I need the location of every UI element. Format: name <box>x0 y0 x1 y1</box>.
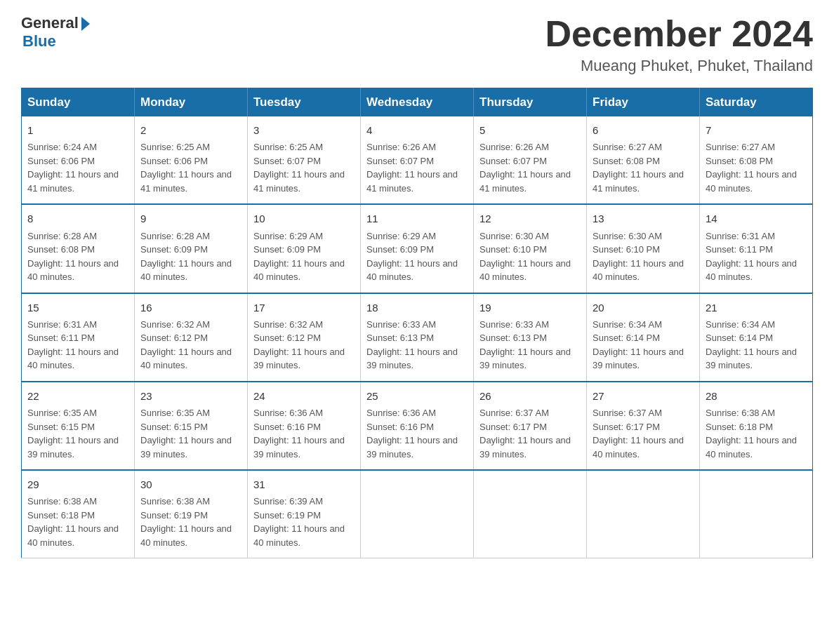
day-number: 24 <box>253 388 355 404</box>
day-info: Sunrise: 6:27 AMSunset: 6:08 PMDaylight:… <box>593 140 694 195</box>
day-number: 17 <box>253 300 355 316</box>
day-info: Sunrise: 6:24 AMSunset: 6:06 PMDaylight:… <box>27 140 128 195</box>
calendar-cell: 17 Sunrise: 6:32 AMSunset: 6:12 PMDaylig… <box>248 293 361 382</box>
calendar-cell: 3 Sunrise: 6:25 AMSunset: 6:07 PMDayligh… <box>248 116 361 204</box>
day-info: Sunrise: 6:37 AMSunset: 6:17 PMDaylight:… <box>593 406 694 461</box>
calendar-cell <box>474 470 587 558</box>
calendar-cell <box>700 470 813 558</box>
logo-general-text: General <box>21 14 79 32</box>
day-info: Sunrise: 6:25 AMSunset: 6:06 PMDaylight:… <box>140 140 241 195</box>
calendar-cell: 19 Sunrise: 6:33 AMSunset: 6:13 PMDaylig… <box>474 293 587 382</box>
calendar-cell: 26 Sunrise: 6:37 AMSunset: 6:17 PMDaylig… <box>474 382 587 470</box>
calendar-cell: 24 Sunrise: 6:36 AMSunset: 6:16 PMDaylig… <box>248 382 361 470</box>
day-number: 22 <box>27 388 128 404</box>
day-number: 25 <box>366 388 468 404</box>
weekday-header-row: Sunday Monday Tuesday Wednesday Thursday… <box>22 88 813 117</box>
day-number: 2 <box>140 122 241 138</box>
calendar-cell: 28 Sunrise: 6:38 AMSunset: 6:18 PMDaylig… <box>700 382 813 470</box>
calendar-week-row: 8 Sunrise: 6:28 AMSunset: 6:08 PMDayligh… <box>22 204 813 293</box>
day-number: 21 <box>706 300 807 316</box>
calendar-week-row: 1 Sunrise: 6:24 AMSunset: 6:06 PMDayligh… <box>22 116 813 204</box>
day-info: Sunrise: 6:29 AMSunset: 6:09 PMDaylight:… <box>253 229 355 284</box>
calendar-cell: 20 Sunrise: 6:34 AMSunset: 6:14 PMDaylig… <box>587 293 700 382</box>
day-info: Sunrise: 6:36 AMSunset: 6:16 PMDaylight:… <box>366 406 468 461</box>
day-number: 18 <box>366 300 468 316</box>
calendar-cell <box>587 470 700 558</box>
calendar-cell: 15 Sunrise: 6:31 AMSunset: 6:11 PMDaylig… <box>22 293 135 382</box>
day-number: 16 <box>140 300 241 316</box>
calendar-cell: 2 Sunrise: 6:25 AMSunset: 6:06 PMDayligh… <box>135 116 248 204</box>
day-info: Sunrise: 6:38 AMSunset: 6:18 PMDaylight:… <box>27 495 128 549</box>
calendar-cell: 10 Sunrise: 6:29 AMSunset: 6:09 PMDaylig… <box>248 204 361 293</box>
day-info: Sunrise: 6:33 AMSunset: 6:13 PMDaylight:… <box>366 318 468 373</box>
calendar-cell: 22 Sunrise: 6:35 AMSunset: 6:15 PMDaylig… <box>22 382 135 470</box>
calendar-cell <box>361 470 474 558</box>
logo: General Blue <box>21 14 90 51</box>
calendar-cell: 5 Sunrise: 6:26 AMSunset: 6:07 PMDayligh… <box>474 116 587 204</box>
location-subtitle: Mueang Phuket, Phuket, Thailand <box>545 57 813 75</box>
calendar-cell: 8 Sunrise: 6:28 AMSunset: 6:08 PMDayligh… <box>22 204 135 293</box>
calendar-table: Sunday Monday Tuesday Wednesday Thursday… <box>21 88 813 558</box>
day-number: 7 <box>706 122 807 138</box>
header-monday: Monday <box>135 88 248 117</box>
header-tuesday: Tuesday <box>248 88 361 117</box>
day-number: 12 <box>479 210 581 227</box>
day-number: 27 <box>593 388 694 404</box>
calendar-cell: 14 Sunrise: 6:31 AMSunset: 6:11 PMDaylig… <box>700 204 813 293</box>
calendar-cell: 31 Sunrise: 6:39 AMSunset: 6:19 PMDaylig… <box>248 470 361 558</box>
day-number: 3 <box>253 122 355 138</box>
calendar-cell: 1 Sunrise: 6:24 AMSunset: 6:06 PMDayligh… <box>22 116 135 204</box>
day-number: 19 <box>479 300 581 316</box>
day-number: 4 <box>366 122 468 138</box>
day-number: 30 <box>140 476 241 492</box>
calendar-week-row: 15 Sunrise: 6:31 AMSunset: 6:11 PMDaylig… <box>22 293 813 382</box>
day-number: 28 <box>706 388 807 404</box>
day-number: 15 <box>27 300 128 316</box>
day-info: Sunrise: 6:37 AMSunset: 6:17 PMDaylight:… <box>479 406 581 461</box>
day-number: 10 <box>253 210 355 227</box>
calendar-week-row: 29 Sunrise: 6:38 AMSunset: 6:18 PMDaylig… <box>22 470 813 558</box>
calendar-cell: 18 Sunrise: 6:33 AMSunset: 6:13 PMDaylig… <box>361 293 474 382</box>
calendar-cell: 16 Sunrise: 6:32 AMSunset: 6:12 PMDaylig… <box>135 293 248 382</box>
day-info: Sunrise: 6:35 AMSunset: 6:15 PMDaylight:… <box>140 406 241 461</box>
day-info: Sunrise: 6:26 AMSunset: 6:07 PMDaylight:… <box>479 140 581 195</box>
calendar-cell: 6 Sunrise: 6:27 AMSunset: 6:08 PMDayligh… <box>587 116 700 204</box>
header-wednesday: Wednesday <box>361 88 474 117</box>
day-info: Sunrise: 6:33 AMSunset: 6:13 PMDaylight:… <box>479 318 581 373</box>
day-info: Sunrise: 6:38 AMSunset: 6:19 PMDaylight:… <box>140 495 241 549</box>
day-number: 14 <box>706 210 807 227</box>
calendar-cell: 12 Sunrise: 6:30 AMSunset: 6:10 PMDaylig… <box>474 204 587 293</box>
day-info: Sunrise: 6:34 AMSunset: 6:14 PMDaylight:… <box>706 318 807 373</box>
logo-blue-text: Blue <box>22 32 56 51</box>
logo-arrow-icon <box>81 17 90 31</box>
day-info: Sunrise: 6:28 AMSunset: 6:08 PMDaylight:… <box>27 229 128 284</box>
day-info: Sunrise: 6:30 AMSunset: 6:10 PMDaylight:… <box>479 229 581 284</box>
day-number: 6 <box>593 122 694 138</box>
day-info: Sunrise: 6:36 AMSunset: 6:16 PMDaylight:… <box>253 406 355 461</box>
calendar-cell: 4 Sunrise: 6:26 AMSunset: 6:07 PMDayligh… <box>361 116 474 204</box>
day-number: 8 <box>27 210 128 227</box>
header-sunday: Sunday <box>22 88 135 117</box>
day-info: Sunrise: 6:26 AMSunset: 6:07 PMDaylight:… <box>366 140 468 195</box>
day-number: 29 <box>27 476 128 492</box>
day-info: Sunrise: 6:25 AMSunset: 6:07 PMDaylight:… <box>253 140 355 195</box>
day-info: Sunrise: 6:38 AMSunset: 6:18 PMDaylight:… <box>706 406 807 461</box>
calendar-week-row: 22 Sunrise: 6:35 AMSunset: 6:15 PMDaylig… <box>22 382 813 470</box>
calendar-cell: 13 Sunrise: 6:30 AMSunset: 6:10 PMDaylig… <box>587 204 700 293</box>
month-year-title: December 2024 <box>545 14 813 54</box>
calendar-cell: 30 Sunrise: 6:38 AMSunset: 6:19 PMDaylig… <box>135 470 248 558</box>
day-number: 5 <box>479 122 581 138</box>
day-number: 26 <box>479 388 581 404</box>
calendar-cell: 27 Sunrise: 6:37 AMSunset: 6:17 PMDaylig… <box>587 382 700 470</box>
calendar-cell: 9 Sunrise: 6:28 AMSunset: 6:09 PMDayligh… <box>135 204 248 293</box>
day-info: Sunrise: 6:27 AMSunset: 6:08 PMDaylight:… <box>706 140 807 195</box>
day-info: Sunrise: 6:32 AMSunset: 6:12 PMDaylight:… <box>140 318 241 373</box>
day-number: 9 <box>140 210 241 227</box>
day-number: 11 <box>366 210 468 227</box>
day-info: Sunrise: 6:29 AMSunset: 6:09 PMDaylight:… <box>366 229 468 284</box>
calendar-cell: 23 Sunrise: 6:35 AMSunset: 6:15 PMDaylig… <box>135 382 248 470</box>
calendar-cell: 21 Sunrise: 6:34 AMSunset: 6:14 PMDaylig… <box>700 293 813 382</box>
header-saturday: Saturday <box>700 88 813 117</box>
day-number: 1 <box>27 122 128 138</box>
header-thursday: Thursday <box>474 88 587 117</box>
